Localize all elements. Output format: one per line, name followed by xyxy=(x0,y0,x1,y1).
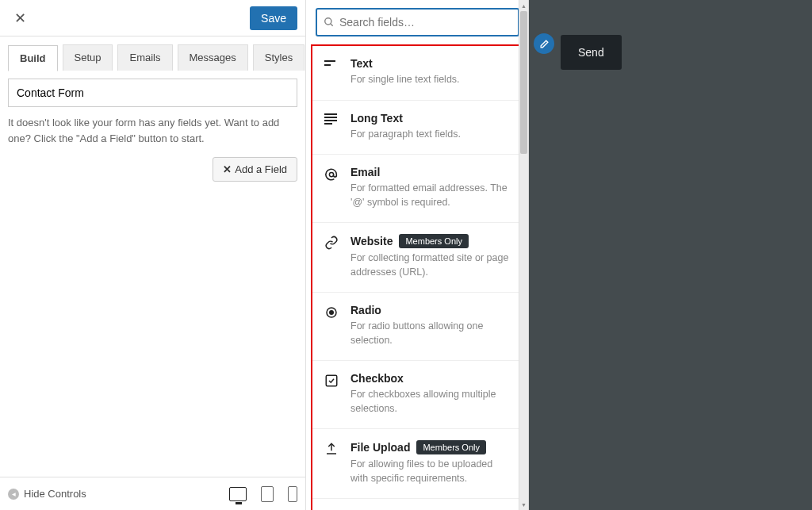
edit-icon[interactable] xyxy=(534,33,554,54)
field-desc: For collecting formatted site or page ad… xyxy=(350,251,511,279)
svg-rect-4 xyxy=(324,113,337,115)
add-field-button[interactable]: ✕Add a Field xyxy=(213,157,297,182)
device-tablet-icon[interactable] xyxy=(261,486,274,502)
at-sign-icon xyxy=(324,166,339,209)
search-input[interactable] xyxy=(339,16,511,29)
radio-icon xyxy=(324,304,339,347)
form-name-input[interactable] xyxy=(8,79,297,107)
close-icon[interactable]: ✕ xyxy=(8,6,33,30)
add-field-label: Add a Field xyxy=(235,163,287,175)
hide-controls-label: Hide Controls xyxy=(24,488,86,500)
tab-styles[interactable]: Styles xyxy=(253,44,304,71)
field-title: Checkbox xyxy=(350,372,404,385)
fields-panel: Text For single line text fields. Long T… xyxy=(306,0,529,510)
field-type-text[interactable]: Text For single line text fields. xyxy=(312,46,523,101)
search-input-wrap[interactable] xyxy=(316,8,519,36)
field-desc: For checkboxes allowing multiple selecti… xyxy=(350,388,511,416)
svg-point-8 xyxy=(329,172,333,176)
link-icon xyxy=(324,234,339,279)
field-desc: For paragraph text fields. xyxy=(350,128,511,142)
tab-setup[interactable]: Setup xyxy=(63,44,113,71)
hide-controls-button[interactable]: Hide Controls xyxy=(8,488,86,500)
scrollbar[interactable]: ▲ ▼ xyxy=(519,0,529,510)
field-title: Text xyxy=(350,57,373,70)
device-phone-icon[interactable] xyxy=(288,486,297,502)
field-title: Long Text xyxy=(350,112,403,125)
svg-line-1 xyxy=(331,24,333,26)
field-desc: For radio buttons allowing one selection… xyxy=(350,320,511,347)
field-desc: For formatted email addresses. The '@' s… xyxy=(350,182,511,209)
scroll-down-arrow[interactable]: ▼ xyxy=(519,499,528,510)
send-button[interactable]: Send xyxy=(561,35,622,70)
field-title: Radio xyxy=(350,304,381,316)
field-type-dropdown[interactable]: Dropdown xyxy=(312,499,523,510)
svg-rect-5 xyxy=(324,117,337,118)
tab-bar: Build Setup Emails Messages Styles xyxy=(0,36,305,71)
svg-rect-3 xyxy=(324,64,331,66)
field-type-website[interactable]: Website Members Only For collecting form… xyxy=(312,223,523,293)
field-title: Website xyxy=(350,235,393,247)
field-type-checkbox[interactable]: Checkbox For checkboxes allowing multipl… xyxy=(312,361,523,429)
members-only-badge: Members Only xyxy=(416,440,486,454)
svg-point-10 xyxy=(329,310,334,315)
scroll-up-arrow[interactable]: ▲ xyxy=(519,0,528,11)
field-title: File Upload xyxy=(350,441,410,454)
chevron-left-icon xyxy=(8,489,19,500)
svg-rect-11 xyxy=(326,375,337,386)
upload-icon xyxy=(324,440,339,485)
search-icon xyxy=(324,17,335,28)
checkbox-icon xyxy=(324,372,339,416)
svg-rect-7 xyxy=(324,123,332,125)
device-desktop-icon[interactable] xyxy=(229,487,247,501)
svg-rect-2 xyxy=(324,60,335,62)
svg-rect-6 xyxy=(324,120,337,121)
field-desc: For single line text fields. xyxy=(350,73,511,87)
empty-state-message: It doesn't look like your form has any f… xyxy=(0,115,305,146)
fields-list-highlight: Text For single line text fields. Long T… xyxy=(311,44,524,510)
save-button[interactable]: Save xyxy=(250,6,297,30)
preview-panel: Send xyxy=(529,0,812,510)
field-title: Email xyxy=(350,166,380,178)
left-panel: ✕ Save Build Setup Emails Messages Style… xyxy=(0,0,306,510)
field-desc: For allowing files to be uploaded with s… xyxy=(350,458,511,485)
field-type-file-upload[interactable]: File Upload Members Only For allowing fi… xyxy=(312,429,523,499)
tab-build[interactable]: Build xyxy=(8,45,58,71)
close-icon: ✕ xyxy=(223,163,232,175)
field-type-email[interactable]: Email For formatted email addresses. The… xyxy=(312,155,523,223)
svg-point-0 xyxy=(325,18,331,25)
long-text-icon xyxy=(324,112,339,142)
field-type-radio[interactable]: Radio For radio buttons allowing one sel… xyxy=(312,293,523,361)
tab-messages[interactable]: Messages xyxy=(178,44,248,71)
field-type-long-text[interactable]: Long Text For paragraph text fields. xyxy=(312,101,523,155)
scrollbar-thumb[interactable] xyxy=(520,11,527,154)
tab-emails[interactable]: Emails xyxy=(117,44,172,71)
members-only-badge: Members Only xyxy=(399,234,469,248)
short-text-icon xyxy=(324,57,339,87)
